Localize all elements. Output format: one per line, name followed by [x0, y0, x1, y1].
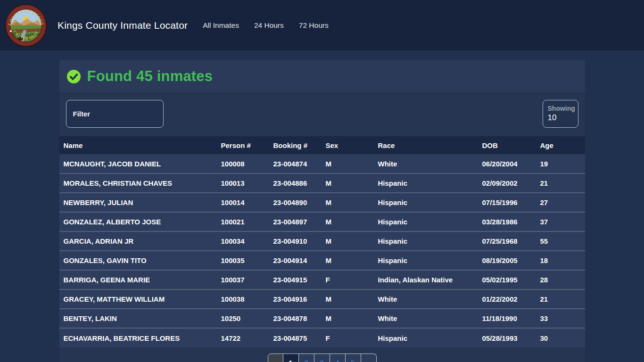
cell-age: 37 [536, 212, 585, 231]
check-circle-icon [66, 69, 81, 84]
cell-name: BENTEY, LAKIN [59, 309, 217, 328]
page-4-button[interactable]: 4 [330, 354, 346, 362]
cell-name: ECHAVARRIA, BEATRICE FLORES [59, 328, 217, 347]
cell-race: Hispanic [374, 328, 478, 347]
cell-sex: M [322, 193, 374, 212]
cell-dob: 11/18/1990 [478, 309, 536, 328]
cell-race: Hispanic [374, 212, 478, 231]
cell-person: 10250 [217, 309, 269, 328]
cell-dob: 05/28/1993 [478, 328, 536, 347]
table-row[interactable]: BENTEY, LAKIN1025023-004878MWhite11/18/1… [59, 309, 585, 328]
cell-person: 100014 [217, 193, 269, 212]
nav-24-hours[interactable]: 24 Hours [247, 17, 291, 33]
cell-race: White [374, 154, 478, 173]
cell-person: 100035 [217, 251, 269, 270]
cell-person: 100034 [217, 231, 269, 251]
cell-sex: M [322, 231, 374, 251]
cell-dob: 07/25/1968 [478, 231, 536, 251]
col-race[interactable]: Race [374, 136, 478, 154]
table-row[interactable]: MORALES, CHRISTIAN CHAVES10001323-004886… [59, 173, 585, 193]
page-5-button[interactable]: 5 [346, 354, 361, 362]
cell-sex: F [322, 270, 374, 289]
table-row[interactable]: GONZALEZ, ALBERTO JOSE10002123-004897MHi… [59, 212, 585, 231]
cell-booking: 23-004897 [269, 212, 322, 231]
cell-person: 100013 [217, 173, 269, 193]
filter-input[interactable]: Filter [66, 100, 164, 128]
cell-dob: 02/09/2002 [478, 173, 536, 193]
cell-age: 18 [536, 251, 585, 270]
results-banner: Found 45 inmates [59, 60, 585, 93]
filter-label: Filter [73, 110, 91, 118]
col-sex[interactable]: Sex [322, 136, 374, 154]
table-row[interactable]: MCNAUGHT, JACOB DANIEL10000823-004874MWh… [59, 154, 585, 173]
cell-age: 55 [536, 231, 585, 251]
nav-72-hours[interactable]: 72 Hours [291, 17, 336, 33]
cell-person: 100008 [217, 154, 269, 173]
cell-booking: 23-004910 [269, 231, 322, 251]
table-row[interactable]: GRACEY, MATTHEW WILLIAM10003823-004916MW… [59, 289, 585, 309]
app-title: Kings County Inmate Locator [58, 20, 188, 31]
table-row[interactable]: ECHAVARRIA, BEATRICE FLORES1472223-00487… [59, 328, 585, 347]
results-card: Found 45 inmates Filter Showing 10 Name … [59, 60, 585, 362]
main-nav: All Inmates 24 Hours 72 Hours [195, 17, 336, 33]
cell-dob: 03/28/1986 [478, 212, 536, 231]
table-row[interactable]: GARCIA, ADRIAN JR10003423-004910MHispani… [59, 231, 585, 251]
cell-race: Indian, Alaskan Native [374, 270, 478, 289]
prev-page-button: « [268, 354, 283, 362]
cell-race: Hispanic [374, 231, 478, 251]
cell-sex: M [322, 173, 374, 193]
next-page-button[interactable]: » [361, 354, 377, 362]
cell-booking: 23-004875 [269, 328, 322, 347]
page-size-value: 10 [548, 113, 578, 123]
table-row[interactable]: NEWBERRY, JULIAN10001423-004890MHispanic… [59, 193, 585, 212]
page-size-label: Showing [548, 104, 578, 113]
col-booking[interactable]: Booking # [269, 136, 322, 154]
cell-booking: 23-004874 [269, 154, 322, 173]
cell-booking: 23-004914 [269, 251, 322, 270]
cell-age: 33 [536, 309, 585, 328]
cell-person: 100038 [217, 289, 269, 309]
cell-age: 30 [536, 328, 585, 347]
cell-person: 100037 [217, 270, 269, 289]
cell-name: NEWBERRY, JULIAN [59, 193, 217, 212]
table-row[interactable]: GONZALES, GAVIN TITO10003523-004914MHisp… [59, 251, 585, 270]
col-name[interactable]: Name [59, 136, 217, 154]
cell-booking: 23-004878 [269, 309, 322, 328]
cell-name: GARCIA, ADRIAN JR [59, 231, 217, 251]
page-1-button[interactable]: 1 [283, 354, 299, 362]
col-dob[interactable]: DOB [478, 136, 536, 154]
cell-dob: 05/02/1995 [478, 270, 536, 289]
cell-race: White [374, 309, 478, 328]
county-seal-logo: COUNTY OF KINGS CALIFORNIA [5, 4, 47, 47]
cell-race: Hispanic [374, 251, 478, 270]
results-count-heading: Found 45 inmates [87, 68, 213, 85]
cell-sex: M [322, 212, 374, 231]
cell-dob: 08/19/2005 [478, 251, 536, 270]
table-header-row: Name Person # Booking # Sex Race DOB Age [59, 136, 585, 154]
page-3-button[interactable]: 3 [314, 354, 330, 362]
cell-race: Hispanic [374, 173, 478, 193]
cell-race: White [374, 289, 478, 309]
col-age[interactable]: Age [536, 136, 585, 154]
cell-booking: 23-004916 [269, 289, 322, 309]
cell-sex: M [322, 154, 374, 173]
cell-sex: F [322, 328, 374, 347]
cell-booking: 23-004915 [269, 270, 322, 289]
page-size-select[interactable]: Showing 10 [543, 100, 578, 128]
cell-person: 100021 [217, 212, 269, 231]
cell-sex: M [322, 309, 374, 328]
pagination-container: «12345» [59, 354, 585, 362]
col-person[interactable]: Person # [217, 136, 269, 154]
page-2-button[interactable]: 2 [299, 354, 314, 362]
cell-age: 19 [536, 154, 585, 173]
cell-booking: 23-004886 [269, 173, 322, 193]
pagination: «12345» [268, 354, 377, 362]
cell-age: 27 [536, 193, 585, 212]
cell-name: MCNAUGHT, JACOB DANIEL [59, 154, 217, 173]
nav-all-inmates[interactable]: All Inmates [195, 17, 247, 33]
cell-sex: M [322, 251, 374, 270]
table-row[interactable]: BARRIGA, GEENA MARIE10003723-004915FIndi… [59, 270, 585, 289]
cell-name: MORALES, CHRISTIAN CHAVES [59, 173, 217, 193]
cell-age: 21 [536, 289, 585, 309]
cell-name: GONZALEZ, ALBERTO JOSE [59, 212, 217, 231]
